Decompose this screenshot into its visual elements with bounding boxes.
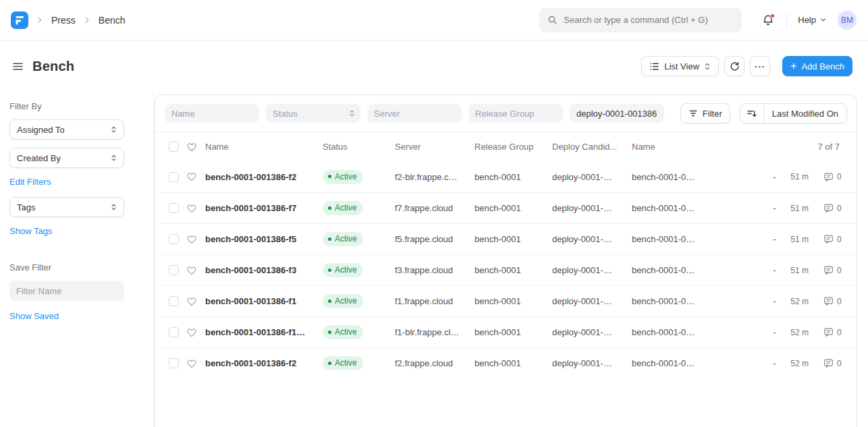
column-header-status[interactable]: Status xyxy=(323,142,395,152)
frappe-logo-icon[interactable] xyxy=(11,11,28,29)
status-badge: Active xyxy=(323,325,363,339)
comment-count: 0 xyxy=(837,172,842,181)
favorite-heart-icon[interactable] xyxy=(186,265,205,276)
favorite-column-icon xyxy=(186,142,205,152)
table-row[interactable]: bench-0001-001386-f2 Active f2.frappe.cl… xyxy=(155,347,857,378)
filter-button[interactable]: Filter xyxy=(680,103,730,123)
server-cell: f1-blr.frappe.cl… xyxy=(395,327,474,337)
comments-cell[interactable]: 0 xyxy=(817,172,844,182)
edit-filters-link[interactable]: Edit Filters xyxy=(9,177,51,187)
view-switcher-label: List View xyxy=(664,61,699,72)
status-label: Active xyxy=(335,296,357,306)
breadcrumb: Press Bench xyxy=(11,11,126,29)
deploy-candidate-filter-input[interactable] xyxy=(570,104,664,123)
created-by-select[interactable]: Created By xyxy=(9,148,124,168)
main-content: Status Filter xyxy=(154,92,868,427)
view-switcher-button[interactable]: List View xyxy=(641,56,719,76)
server-filter-input[interactable] xyxy=(367,104,462,123)
breadcrumb-item-press[interactable]: Press xyxy=(51,15,76,26)
help-menu[interactable]: Help xyxy=(798,15,827,25)
comments-cell[interactable]: 0 xyxy=(817,234,844,244)
avatar[interactable]: BM xyxy=(838,11,857,30)
status-badge: Active xyxy=(323,201,363,215)
row-checkbox[interactable] xyxy=(169,296,179,306)
filter-sidebar: Filter By Assigned To Created By Edit Fi… xyxy=(0,92,154,427)
favorite-heart-icon[interactable] xyxy=(186,171,205,182)
table-row[interactable]: bench-0001-001386-f7 Active f7.frappe.cl… xyxy=(155,192,857,223)
name2-cell: bench-0001-0… xyxy=(632,327,766,337)
breadcrumb-item-bench[interactable]: Bench xyxy=(99,15,126,26)
comments-cell[interactable]: 0 xyxy=(817,358,844,368)
column-header-name[interactable]: Name xyxy=(205,142,323,152)
comments-cell[interactable]: 0 xyxy=(817,296,844,306)
row-checkbox[interactable] xyxy=(169,358,179,368)
table-header: Name Status Server Release Group Deploy … xyxy=(155,132,857,161)
column-header-server[interactable]: Server xyxy=(395,142,474,152)
chevron-updown-icon xyxy=(349,109,355,117)
table-row[interactable]: bench-0001-001386-f3 Active f3.frappe.cl… xyxy=(155,254,857,285)
bench-name: bench-0001-001386-f3 xyxy=(205,265,323,275)
modified-cell: 51 m xyxy=(783,204,817,213)
sort-field-button[interactable]: Last Modified On xyxy=(764,104,846,123)
show-tags-link[interactable]: Show Tags xyxy=(9,226,52,236)
row-checkbox[interactable] xyxy=(169,234,179,244)
comment-count: 0 xyxy=(837,359,842,368)
name2-cell: bench-0001-0… xyxy=(632,296,766,306)
list-card: Status Filter xyxy=(155,94,857,427)
add-bench-button[interactable]: + Add Bench xyxy=(782,56,852,76)
refresh-button[interactable] xyxy=(724,56,744,76)
favorite-heart-icon[interactable] xyxy=(186,234,205,245)
comments-cell[interactable]: 0 xyxy=(817,327,844,337)
favorite-heart-icon[interactable] xyxy=(186,358,205,369)
show-saved-link[interactable]: Show Saved xyxy=(9,311,59,321)
status-dot-icon xyxy=(328,268,331,272)
chevron-right-icon xyxy=(82,16,92,25)
tags-select[interactable]: Tags xyxy=(9,197,124,217)
comments-cell[interactable]: 0 xyxy=(817,203,844,213)
search-input[interactable] xyxy=(564,15,734,25)
row-checkbox[interactable] xyxy=(169,265,179,275)
save-filter-label: Save Filter xyxy=(9,262,124,273)
created-by-label: Created By xyxy=(17,153,61,163)
more-options-button[interactable]: ··· xyxy=(750,56,770,76)
modified-cell: 52 m xyxy=(783,328,817,337)
name-filter-input[interactable] xyxy=(165,104,259,123)
column-header-deploy-candidate[interactable]: Deploy Candid... xyxy=(552,142,632,152)
column-header-name2[interactable]: Name xyxy=(632,142,766,152)
status-badge: Active xyxy=(323,294,363,308)
sort-direction-button[interactable] xyxy=(740,104,764,123)
deploy-candidate-cell: deploy-0001-… xyxy=(552,327,632,337)
status-dot-icon xyxy=(328,206,331,210)
status-badge: Active xyxy=(323,170,363,184)
favorite-heart-icon[interactable] xyxy=(186,327,205,338)
tag-cell: - xyxy=(766,172,783,182)
status-label: Active xyxy=(335,358,357,368)
release-group-cell: bench-0001 xyxy=(474,358,552,368)
global-search[interactable] xyxy=(539,8,742,32)
favorite-heart-icon[interactable] xyxy=(186,203,205,214)
column-header-release-group[interactable]: Release Group xyxy=(474,142,552,152)
chevron-updown-icon xyxy=(111,203,117,211)
favorite-heart-icon[interactable] xyxy=(186,296,205,307)
status-filter-select[interactable]: Status xyxy=(266,104,360,123)
sidebar-toggle-button[interactable] xyxy=(11,59,25,74)
row-checkbox[interactable] xyxy=(169,327,179,337)
row-checkbox[interactable] xyxy=(169,203,179,213)
tag-cell: - xyxy=(766,203,783,213)
table-row[interactable]: bench-0001-001386-f2 Active f2-blr.frapp… xyxy=(155,161,857,192)
table-row[interactable]: bench-0001-001386-f5 Active f5.frappe.cl… xyxy=(155,223,857,254)
notifications-button[interactable] xyxy=(762,14,774,26)
release-group-filter-input[interactable] xyxy=(468,104,563,123)
table-row[interactable]: bench-0001-001386-f1 Active f1.frappe.cl… xyxy=(155,285,857,316)
table-row[interactable]: bench-0001-001386-f1… Active f1-blr.frap… xyxy=(155,316,857,347)
deploy-candidate-cell: deploy-0001-… xyxy=(552,234,632,244)
select-all-checkbox[interactable] xyxy=(169,142,179,152)
filter-name-input[interactable] xyxy=(9,281,124,301)
tag-cell: - xyxy=(766,358,783,368)
assigned-to-select[interactable]: Assigned To xyxy=(9,119,124,140)
tag-cell: - xyxy=(766,296,783,306)
release-group-cell: bench-0001 xyxy=(474,265,552,275)
row-checkbox[interactable] xyxy=(169,172,179,182)
comments-cell[interactable]: 0 xyxy=(817,265,844,275)
server-cell: f2.frappe.cloud xyxy=(395,358,474,368)
